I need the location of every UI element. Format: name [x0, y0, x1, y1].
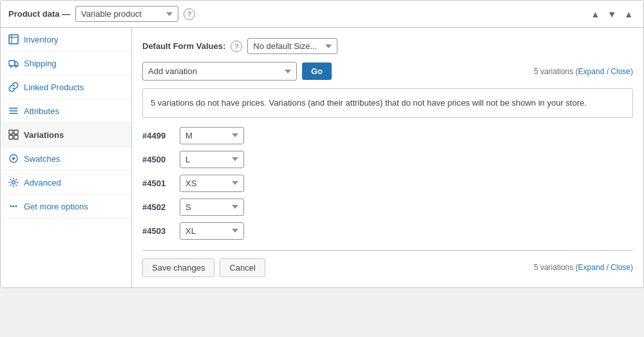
variation-id-4501: #4501	[142, 178, 175, 188]
panel-header-title: Product data —	[8, 9, 70, 19]
variation-size-select-4502[interactable]: XS S M L XL	[180, 198, 244, 216]
table-row: #4500 XS S M L XL	[142, 151, 633, 168]
panel-body: Inventory Shipping	[1, 28, 643, 287]
advanced-icon	[8, 177, 19, 188]
variation-id-4503: #4503	[142, 226, 175, 236]
sidebar-item-get-more-options[interactable]: Get more options	[1, 195, 131, 218]
variations-count-bottom: 5 variations (Expand / Close)	[534, 263, 633, 272]
cancel-button[interactable]: Cancel	[220, 258, 265, 277]
variations-count-top: 5 variations (Expand / Close)	[534, 67, 633, 76]
variations-list: #4499 M XS S L XL #4500 XS S M	[142, 127, 633, 240]
link-icon	[8, 82, 19, 92]
sidebar-item-inventory[interactable]: Inventory	[1, 28, 131, 52]
default-form-select[interactable]: No default Size...	[247, 38, 337, 54]
svg-point-14	[12, 157, 15, 160]
expand-close-link-top[interactable]: Expand / Close	[578, 67, 630, 76]
variation-id-4502: #4502	[142, 202, 175, 212]
svg-rect-9	[9, 130, 13, 134]
svg-rect-0	[9, 35, 18, 44]
footer-row: Save changes Cancel 5 variations (Expand…	[142, 250, 633, 277]
collapse-up-button[interactable]: ▲	[588, 8, 602, 21]
variations-icon	[8, 130, 19, 140]
header-controls: ▲ ▼ ▲	[588, 8, 636, 21]
sidebar: Inventory Shipping	[1, 28, 132, 287]
table-row: #4501 XS S M L XL	[142, 175, 633, 192]
add-variation-select[interactable]: Add variation Create variations from all…	[142, 62, 297, 81]
sidebar-item-label-swatches: Swatches	[24, 154, 60, 164]
save-changes-button[interactable]: Save changes	[142, 258, 214, 277]
svg-point-15	[12, 181, 15, 184]
sidebar-item-shipping[interactable]: Shipping	[1, 52, 131, 75]
go-button[interactable]: Go	[302, 63, 332, 80]
warning-box: 5 variations do not have prices. Variati…	[142, 88, 633, 118]
svg-rect-3	[9, 61, 15, 66]
svg-point-16	[10, 206, 12, 207]
help-icon[interactable]: ?	[184, 8, 195, 20]
sidebar-item-label-more: Get more options	[24, 202, 88, 211]
shipping-icon	[8, 58, 19, 68]
svg-point-4	[10, 66, 12, 68]
table-row: #4499 M XS S L XL	[142, 127, 633, 144]
variation-toolbar: Add variation Create variations from all…	[142, 62, 633, 81]
expand-close-link-bottom[interactable]: Expand / Close	[578, 263, 630, 272]
default-form-label: Default Form Values:	[142, 41, 225, 51]
variation-id-4500: #4500	[142, 155, 175, 164]
swatches-icon	[8, 153, 19, 164]
sidebar-item-advanced[interactable]: Advanced	[1, 171, 131, 195]
collapse-down-button[interactable]: ▼	[605, 8, 619, 21]
variation-size-select-4500[interactable]: XS S M L XL	[180, 151, 244, 168]
table-row: #4502 XS S M L XL	[142, 198, 633, 216]
variation-id-4499: #4499	[142, 131, 175, 140]
svg-point-5	[15, 66, 17, 68]
svg-point-18	[15, 206, 17, 207]
sidebar-item-swatches[interactable]: Swatches	[1, 147, 131, 171]
sidebar-item-label-variations: Variations	[24, 130, 64, 140]
panel-header: Product data — Variable product ? ▲ ▼ ▲	[1, 1, 643, 28]
svg-rect-11	[9, 135, 13, 139]
main-content: Default Form Values: ? No default Size..…	[132, 28, 643, 287]
inventory-icon	[8, 34, 19, 44]
svg-rect-12	[14, 135, 18, 139]
sidebar-item-linked-products[interactable]: Linked Products	[1, 75, 131, 99]
sidebar-item-label-inventory: Inventory	[24, 35, 58, 44]
table-row: #4503 XS S M L XL	[142, 222, 633, 240]
sidebar-item-variations[interactable]: Variations	[1, 123, 131, 147]
sidebar-item-label-advanced: Advanced	[24, 178, 61, 188]
sidebar-item-label-attributes: Attributes	[24, 106, 59, 116]
variation-size-select-4499[interactable]: M XS S L XL	[180, 127, 244, 144]
variation-size-select-4501[interactable]: XS S M L XL	[180, 175, 244, 192]
variation-size-select-4503[interactable]: XS S M L XL	[180, 222, 244, 240]
product-data-panel: Product data — Variable product ? ▲ ▼ ▲	[0, 0, 644, 288]
default-form-row: Default Form Values: ? No default Size..…	[142, 38, 633, 54]
sidebar-item-attributes[interactable]: Attributes	[1, 99, 131, 123]
svg-point-17	[13, 206, 15, 207]
expand-button[interactable]: ▲	[621, 8, 636, 21]
more-icon	[8, 201, 19, 211]
sidebar-item-label-linked-products: Linked Products	[24, 82, 84, 92]
sidebar-item-label-shipping: Shipping	[24, 59, 57, 68]
attributes-icon	[8, 106, 19, 116]
product-type-select[interactable]: Variable product	[75, 6, 178, 22]
svg-rect-10	[14, 130, 18, 134]
default-form-help-icon[interactable]: ?	[231, 41, 242, 52]
